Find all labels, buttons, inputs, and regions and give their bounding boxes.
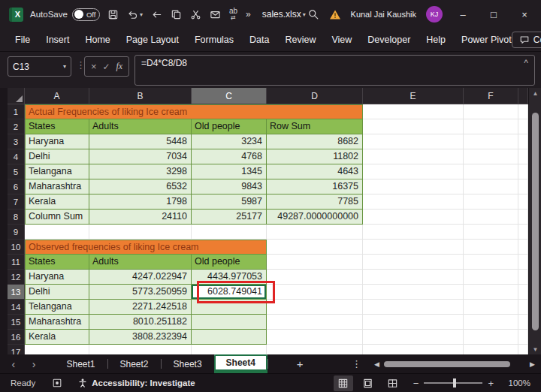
cell-partial-5[interactable] (518, 164, 528, 179)
tab-data[interactable]: Data (249, 35, 269, 45)
cell-F13[interactable] (464, 285, 518, 300)
tab-home[interactable]: Home (85, 35, 110, 45)
cell-A8[interactable]: Column Sum (25, 210, 89, 225)
maximize-button[interactable]: □ (483, 9, 504, 20)
cell-F6[interactable] (464, 179, 518, 194)
cell-C3[interactable]: 3234 (192, 134, 267, 149)
tab-help[interactable]: Help (426, 35, 446, 45)
cell-A11[interactable]: States (25, 255, 89, 270)
cell-B4[interactable]: 7034 (89, 149, 192, 164)
row-header-15[interactable]: 15 (8, 315, 25, 330)
cell-B16[interactable]: 3808.232394 (89, 330, 192, 345)
page-break-view-button[interactable] (383, 375, 403, 391)
alert-indicator[interactable] (329, 9, 341, 20)
cell-E17[interactable] (363, 345, 464, 354)
cell-D3[interactable]: 8682 (267, 134, 363, 149)
cell-F16[interactable] (464, 330, 518, 345)
vertical-scrollbar[interactable]: ▲ ▼ (528, 88, 541, 354)
cell-A4[interactable]: Delhi (25, 149, 89, 164)
add-sheet-button[interactable]: + (289, 357, 310, 370)
cell-D10[interactable] (267, 240, 363, 255)
col-header-F[interactable]: F (464, 88, 518, 104)
row-header-14[interactable]: 14 (8, 300, 25, 315)
tab-formulas[interactable]: Formulas (195, 35, 234, 45)
col-header-E[interactable]: E (363, 88, 464, 104)
find-replace-button[interactable]: ab⇄ (229, 8, 237, 21)
zoom-in-button[interactable]: + (488, 378, 494, 389)
cell-D2[interactable]: Row Sum (267, 119, 363, 134)
scroll-right-icon[interactable]: ▶ (530, 360, 535, 368)
cell-partial-9[interactable] (518, 225, 528, 240)
cell-C13[interactable]: 6028.749041 (192, 285, 267, 300)
cell-B8[interactable]: 24110 (89, 210, 192, 225)
cell-C14[interactable] (192, 300, 267, 315)
cell-A9[interactable] (25, 225, 89, 240)
cell-A13[interactable]: Delhi (25, 285, 89, 300)
cell-E10[interactable] (363, 240, 464, 255)
accessibility-status[interactable]: Accessibility: Investigate (77, 378, 195, 388)
formula-input[interactable]: =D4*C8/D8 ^ (134, 55, 535, 86)
col-header-A[interactable]: A (25, 88, 89, 104)
cell-F8[interactable] (464, 210, 518, 225)
cell-B5[interactable]: 3298 (89, 164, 192, 179)
cell-partial-13[interactable] (518, 285, 528, 300)
row-header-7[interactable]: 7 (8, 194, 25, 210)
tab-developer[interactable]: Developer (367, 35, 410, 45)
cell-B14[interactable]: 2271.242518 (89, 300, 192, 315)
collapse-formula-bar-icon[interactable]: ^ (524, 58, 528, 68)
cell-D15[interactable] (267, 315, 363, 330)
page-layout-view-button[interactable] (358, 375, 378, 391)
cell-F7[interactable] (464, 194, 518, 210)
scroll-left-icon[interactable]: ◀ (374, 360, 379, 368)
cell-E5[interactable] (363, 164, 464, 179)
excel-app-icon[interactable]: X (9, 8, 23, 22)
cell-A10[interactable]: Observed frequencies of liking Ice cream (25, 240, 267, 255)
cell-B11[interactable]: Adults (89, 255, 192, 270)
insert-function-button[interactable]: fx (116, 61, 122, 72)
cell-A5[interactable]: Telangana (25, 164, 89, 179)
sheet-tab-sheet2[interactable]: Sheet2 (108, 354, 161, 373)
cell-E7[interactable] (363, 194, 464, 210)
cell-D9[interactable] (267, 225, 363, 240)
name-box[interactable]: C13 ▾ (8, 56, 71, 77)
cell-D12[interactable] (267, 270, 363, 285)
search-button[interactable] (307, 8, 319, 20)
avatar[interactable]: KJ (426, 6, 443, 23)
cell-E16[interactable] (363, 330, 464, 345)
zoom-slider-thumb[interactable] (453, 378, 456, 387)
cell-partial-16[interactable] (518, 330, 528, 345)
cell-D11[interactable] (267, 255, 363, 270)
cell-partial-4[interactable] (518, 149, 528, 164)
next-sheet-icon[interactable]: › (27, 358, 41, 370)
cell-partial-15[interactable] (518, 315, 528, 330)
cell-C17[interactable] (192, 345, 267, 354)
cell-A15[interactable]: Maharashtra (25, 315, 89, 330)
cell-E11[interactable] (363, 255, 464, 270)
cell-B15[interactable]: 8010.251182 (89, 315, 192, 330)
cell-F1[interactable] (464, 104, 518, 119)
sheet-tab-sheet1[interactable]: Sheet1 (54, 354, 107, 373)
cell-C11[interactable]: Old people (192, 255, 267, 270)
horizontal-scrollbar-thumb[interactable] (384, 361, 510, 367)
col-header-D[interactable]: D (267, 88, 363, 104)
cell-B12[interactable]: 4247.022947 (89, 270, 192, 285)
autosave-toggle[interactable]: Off (72, 8, 100, 21)
qat-overflow-button[interactable]: » (246, 9, 250, 20)
user-name[interactable]: Kunal Jai Kaushik (351, 10, 416, 19)
document-title-menu[interactable]: sales.xlsx ▾ (262, 9, 306, 20)
cell-partial-14[interactable] (518, 300, 528, 315)
zoom-out-button[interactable]: − (413, 378, 419, 389)
cell-E4[interactable] (363, 149, 464, 164)
copy-button[interactable] (171, 9, 182, 20)
cell-E6[interactable] (363, 179, 464, 194)
row-header-3[interactable]: 3 (8, 134, 25, 149)
col-header-partial[interactable] (518, 88, 528, 104)
row-header-17[interactable]: 17 (8, 345, 25, 354)
cell-E9[interactable] (363, 225, 464, 240)
cell-B9[interactable] (89, 225, 192, 240)
cell-F3[interactable] (464, 134, 518, 149)
sheet-tab-sheet3[interactable]: Sheet3 (162, 354, 214, 373)
cell-B7[interactable]: 1798 (89, 194, 192, 210)
cell-C4[interactable]: 4768 (192, 149, 267, 164)
cell-C16[interactable] (192, 330, 267, 345)
